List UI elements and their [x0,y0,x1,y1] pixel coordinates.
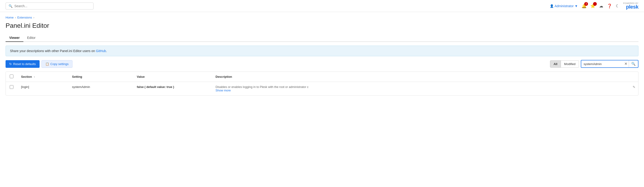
global-search-input[interactable] [14,4,90,8]
breadcrumb: Home › Extensions › [6,16,638,19]
admin-menu[interactable]: 👤 Administrator ▼ [550,4,578,8]
info-banner: Share your descriptions with other Panel… [6,46,638,56]
row-value: false ( default value: true ) [133,82,212,96]
row-section: [login] [17,82,68,96]
table-search-wrapper: ✕ 🔍 [581,60,638,68]
extensions-icon[interactable]: ⭐ [590,4,596,8]
tab-editor[interactable]: Editor [24,34,39,42]
header-actions: 👤 Administrator ▼ 🔔 3 ⭐ ☁ ❓ ☾ POWERED BY… [550,2,638,10]
header: 🔍 👤 Administrator ▼ 🔔 3 ⭐ ☁ ❓ ☾ POWERED … [0,0,644,12]
tab-viewer[interactable]: Viewer [6,34,24,42]
github-link[interactable]: GitHub [96,49,106,53]
search-icon: 🔍 [8,4,12,8]
row-description: Disables or enables logging in to Plesk … [212,82,629,96]
sort-arrow-icon[interactable]: ↑ [34,76,35,78]
show-more-link[interactable]: Show more [216,89,231,92]
row-setting: systemAdmin [68,82,133,96]
info-text: Share your descriptions with other Panel… [10,49,96,53]
breadcrumb-extensions[interactable]: Extensions [17,16,32,19]
toolbar-left: ↻ Reset to defaults 📋 Copy settings [6,60,72,68]
header-value: Value [133,72,212,82]
cloud-icon[interactable]: ☁ [599,4,603,8]
notifications-icon[interactable]: 🔔 3 [582,4,586,8]
copy-icon: 📋 [45,62,49,66]
help-icon[interactable]: ❓ [607,4,612,8]
toolbar-right: All Modified ✕ 🔍 [550,60,638,68]
info-text-end: . [106,49,107,53]
edit-icon[interactable]: ✎ [631,85,636,89]
chevron-down-icon: ▼ [574,4,578,8]
plesk-logo: POWERED BY plesk [623,2,638,10]
results-table: Section ↑ Setting Value Description [log… [6,72,638,96]
copy-settings-button[interactable]: 📋 Copy settings [42,60,73,68]
filter-group: All Modified [550,60,579,68]
header-setting: Setting [68,72,133,82]
extensions-badge [593,2,597,6]
row-edit-cell: ✎ [629,82,638,96]
filter-all-button[interactable]: All [550,60,561,68]
user-icon: 👤 [550,4,554,8]
row-checkbox[interactable] [10,85,14,89]
row-checkbox-cell [6,82,17,96]
main-content: Home › Extensions › Panel.ini Editor Vie… [0,12,644,99]
filter-modified-button[interactable]: Modified [561,60,579,68]
header-checkbox-cell [6,72,17,82]
global-search-bar[interactable]: 🔍 [6,2,94,10]
table-header-row: Section ↑ Setting Value Description [6,72,638,82]
breadcrumb-sep-1: › [15,16,16,19]
breadcrumb-sep-2: › [33,16,34,19]
notification-badge: 3 [584,2,588,6]
theme-toggle-icon[interactable]: ☾ [616,4,620,8]
page-title: Panel.ini Editor [6,22,638,30]
toolbar: ↻ Reset to defaults 📋 Copy settings All … [6,60,638,68]
reset-icon: ↻ [9,62,12,66]
breadcrumb-home[interactable]: Home [6,16,14,19]
header-section: Section ↑ [17,72,68,82]
reset-defaults-button[interactable]: ↻ Reset to defaults [6,60,40,68]
table-search-input[interactable] [581,61,623,67]
table-row: [login] systemAdmin false ( default valu… [6,82,638,96]
clear-search-button[interactable]: ✕ [623,62,629,66]
select-all-checkbox[interactable] [10,74,14,78]
header-description: Description [212,72,629,82]
tabs: Viewer Editor [6,34,638,42]
search-submit-button[interactable]: 🔍 [629,60,638,67]
